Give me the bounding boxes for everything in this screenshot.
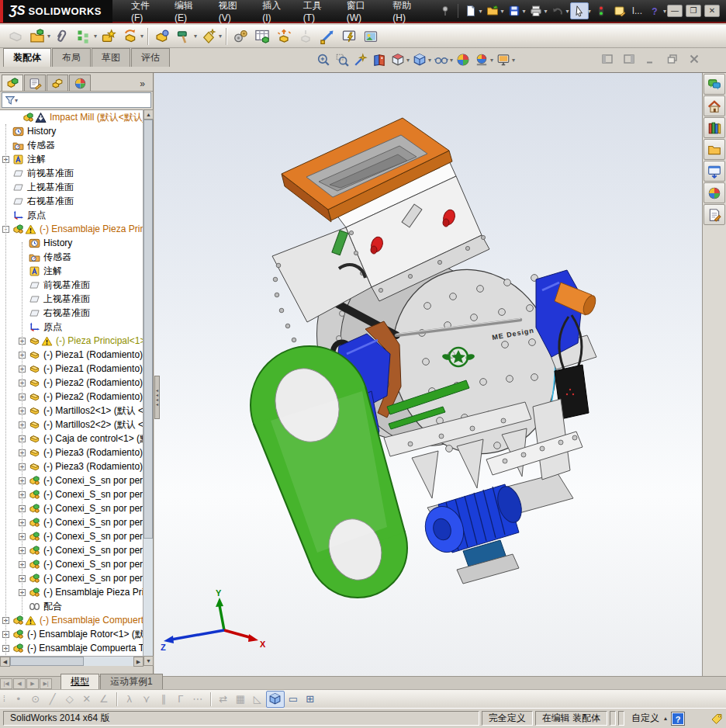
viewport-quad-icon[interactable]: ⊞ (302, 692, 319, 707)
snap-length-icon[interactable]: ⇄ (215, 692, 232, 707)
save-button[interactable] (505, 2, 524, 19)
3d-model-view[interactable]: ME Design (154, 73, 702, 676)
hide-show-items-button[interactable] (432, 50, 451, 69)
menu-item-5[interactable]: 窗口(W) (339, 0, 385, 26)
scrollbar-thumb[interactable] (10, 657, 84, 666)
featuremanager-tab-button[interactable] (2, 75, 23, 91)
tab-布局[interactable]: 布局 (52, 48, 91, 67)
resources-home-button[interactable] (704, 95, 725, 116)
snap-ordinate-icon[interactable]: ◺ (249, 692, 266, 707)
chevron-down-icon[interactable]: ▾ (47, 33, 50, 40)
chevron-down-icon[interactable]: ▾ (523, 8, 526, 15)
chevron-down-icon[interactable]: ▾ (140, 33, 143, 40)
menu-item-0[interactable]: 文件(F) (123, 0, 167, 26)
tree-item[interactable]: 原点 (0, 208, 143, 222)
chevron-down-icon[interactable]: ▾ (94, 33, 97, 40)
chevron-down-icon[interactable]: ▾ (406, 57, 410, 64)
menu-item-3[interactable]: 插入(I) (254, 0, 295, 26)
large-assembly-button[interactable] (338, 26, 360, 47)
linear-pattern-button[interactable] (73, 26, 95, 47)
scroll-right-button[interactable]: ▶ (133, 657, 143, 667)
edit-component-disabled-button[interactable] (5, 26, 26, 47)
panel-expand-button[interactable]: » (140, 78, 151, 91)
chevron-down-icon[interactable]: ▾ (663, 8, 666, 15)
tree-horizontal-scrollbar[interactable]: ◀ ▶ (0, 656, 143, 666)
mate-paperclip-button[interactable] (51, 26, 73, 47)
displaymanager-tab-button[interactable] (69, 75, 91, 91)
tree-item[interactable]: 上视基准面 (0, 180, 143, 194)
viewport-single-icon[interactable]: ▭ (285, 692, 302, 707)
chevron-down-icon[interactable]: ▾ (428, 57, 431, 64)
snap-midpoint-icon[interactable]: ⋎ (138, 692, 155, 707)
menu-item-4[interactable]: 工具(T) (296, 0, 339, 26)
bill-of-materials-button[interactable] (251, 26, 273, 47)
custom-properties-button[interactable] (704, 204, 725, 225)
shaded-cube-button[interactable] (266, 691, 285, 708)
tag-icon[interactable] (710, 712, 723, 725)
scroll-left-button[interactable]: ◀ (0, 657, 10, 667)
apply-scene-button[interactable] (472, 50, 491, 69)
menu-item-2[interactable]: 视图(V) (211, 0, 255, 26)
explode-line-sketch-button[interactable] (295, 26, 316, 47)
doc-minimize-button[interactable] (642, 51, 659, 67)
chevron-down-icon[interactable]: ▾ (219, 33, 222, 40)
snap-parallel-icon[interactable]: ∥ (155, 692, 172, 707)
instant3d-button[interactable] (316, 26, 338, 47)
chevron-down-icon[interactable]: ▾ (512, 57, 515, 64)
edit-appearance-button[interactable] (454, 50, 472, 69)
tree-item[interactable]: 传感器 (0, 138, 143, 152)
scroll-down-button[interactable]: ▼ (143, 656, 154, 666)
tile-left-button[interactable] (599, 51, 616, 67)
configurationmanager-tab-button[interactable] (47, 75, 68, 91)
model-motor[interactable] (420, 484, 526, 584)
doc-restore-button[interactable] (664, 51, 681, 67)
previous-view-button[interactable] (351, 50, 370, 69)
toolbar-grip[interactable]: ⁞ (3, 695, 5, 703)
select-cursor-button[interactable] (570, 2, 589, 19)
snap-angle-icon[interactable]: ∠ (95, 692, 112, 707)
appearances-button[interactable] (704, 182, 725, 203)
new-document-button[interactable] (462, 2, 480, 19)
chevron-down-icon[interactable]: ▾ (479, 8, 482, 15)
options-note-button[interactable] (610, 2, 629, 19)
motion-study-button[interactable] (230, 26, 251, 47)
move-component-button[interactable] (119, 26, 141, 47)
chevron-down-icon[interactable]: ▾ (194, 33, 197, 40)
view-settings-button[interactable] (494, 50, 513, 69)
chevron-down-icon[interactable]: ▾ (490, 57, 493, 64)
insert-component-button[interactable] (26, 26, 48, 47)
status-help-icon[interactable]: ? (672, 712, 684, 725)
undo-button[interactable] (548, 2, 567, 19)
close-button[interactable]: ✕ (704, 5, 720, 17)
tab-scroll-button[interactable]: ◀ (13, 678, 26, 689)
tab-运动算例1[interactable]: 运动算例1 (100, 674, 163, 689)
minimize-button[interactable]: — (667, 5, 683, 17)
rebuild-traffic-light-button[interactable] (592, 2, 610, 19)
tree-item[interactable]: +(-) Ensamblaje Compuerta Tr (0, 641, 143, 655)
doc-close-button[interactable] (686, 51, 703, 67)
print-button[interactable] (527, 2, 545, 19)
snap-point-icon[interactable]: • (10, 692, 27, 707)
menu-item-6[interactable]: 帮助(H) (385, 0, 429, 26)
snap-grid-icon[interactable]: ▦ (232, 692, 249, 707)
snap-tangent-icon[interactable]: λ (121, 692, 138, 707)
more-commands[interactable]: I... (629, 5, 645, 16)
tree-item[interactable]: 前视基准面 (0, 166, 143, 180)
tree-item[interactable]: -(-) Ensamblaje Pieza Princ (0, 222, 143, 236)
tree-item[interactable]: +(-) Ensamblaje Compuerta (0, 613, 143, 627)
zoom-area-button[interactable] (333, 50, 351, 69)
tree-item[interactable]: History (0, 124, 143, 138)
open-button[interactable] (483, 2, 502, 19)
tab-装配体[interactable]: 装配体 (3, 48, 51, 67)
take-snapshot-button[interactable] (360, 26, 382, 47)
chevron-down-icon[interactable]: ▾ (588, 8, 591, 15)
snap-perpendicular-icon[interactable]: Γ (172, 692, 189, 707)
view-palette-button[interactable] (704, 161, 725, 182)
scroll-up-button[interactable]: ▲ (143, 109, 154, 120)
display-style-button[interactable] (410, 50, 429, 69)
tree-filter-bar[interactable]: ▾ (2, 92, 151, 108)
edit-component-button[interactable] (151, 26, 173, 47)
assembly-features-button[interactable] (173, 26, 195, 47)
tree-item[interactable]: +(-) Ensamblaje Rotor<1> (默 (0, 627, 143, 641)
help-button[interactable]: ? (645, 2, 664, 19)
